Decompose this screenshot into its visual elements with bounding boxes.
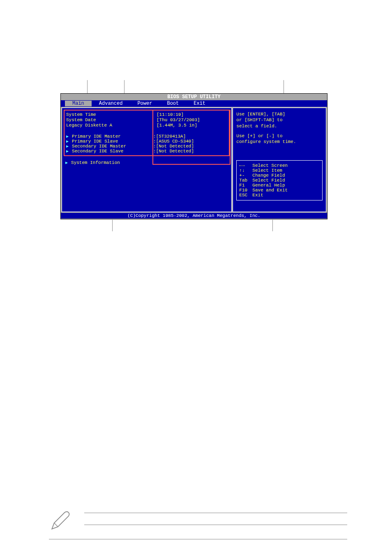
help-line: or [SHIFT-TAB] to <box>236 117 323 123</box>
nav-label: General Help <box>252 183 285 188</box>
annotation-line <box>87 80 88 93</box>
nav-label: Select Field <box>252 178 285 183</box>
nav-key: F10 <box>239 188 252 193</box>
menu-advanced[interactable]: Advanced <box>92 101 130 106</box>
help-line: Use [ENTER], [TAB] <box>236 111 323 117</box>
nav-select-field: Tab Select Field <box>239 178 320 183</box>
menu-main[interactable]: Main <box>65 101 92 106</box>
nav-label: Select Item <box>252 168 282 173</box>
legacy-diskette-label: Legacy Diskette A <box>66 123 157 128</box>
submenu-arrow-icon: ▶ <box>66 134 69 139</box>
navigation-help: ←→ Select Screen ↑↓ Select Item +- Chang… <box>236 160 323 200</box>
bios-window: BIOS SETUP UTILITY Main Advanced Power B… <box>60 93 327 219</box>
nav-key: +- <box>239 173 252 178</box>
nav-select-item: ↑↓ Select Item <box>239 168 320 173</box>
nav-key: Tab <box>239 178 252 183</box>
bios-title: BIOS SETUP UTILITY <box>61 94 327 100</box>
nav-exit: ESC Exit <box>239 193 320 198</box>
system-date-label: System Date <box>66 117 157 122</box>
nav-save-exit: F10 Save and Exit <box>239 188 320 193</box>
nav-key: ESC <box>239 193 252 198</box>
nav-label: Select Screen <box>252 163 288 168</box>
system-information-label: System Information <box>71 160 120 165</box>
note-divider-lines <box>84 513 347 537</box>
submenu-arrow-icon: ▶ <box>66 139 69 144</box>
copyright-text: (C)Copyright 1985-2002, American Megatre… <box>61 213 327 219</box>
nav-select-screen: ←→ Select Screen <box>239 163 320 168</box>
help-panel: Use [ENTER], [TAB] or [SHIFT-TAB] to sel… <box>233 108 326 212</box>
nav-label: Exit <box>252 193 263 198</box>
menu-exit[interactable]: Exit <box>186 101 213 106</box>
submenu-arrow-icon: ▶ <box>65 160 68 165</box>
annotation-line <box>272 220 273 231</box>
note-pen-icon <box>49 509 71 532</box>
config-panel: System Time [11:10:19] System Date [Thu … <box>62 108 232 212</box>
annotation-line <box>124 80 125 93</box>
help-line: select a field. <box>236 123 323 129</box>
nav-label: Save and Exit <box>252 188 288 193</box>
up-down-arrow-icon: ↑↓ <box>239 168 252 173</box>
help-line: configure system time. <box>236 139 323 145</box>
secondary-ide-master-label: Secondary IDE Master <box>72 144 153 149</box>
help-text: Use [ENTER], [TAB] or [SHIFT-TAB] to sel… <box>236 111 323 145</box>
annotation-line <box>284 80 284 93</box>
annotation-line <box>112 220 113 231</box>
main-content: System Time [11:10:19] System Date [Thu … <box>61 107 327 213</box>
submenu-arrow-icon: ▶ <box>66 149 69 154</box>
menu-bar: Main Advanced Power Boot Exit <box>61 100 327 107</box>
system-time-label: System Time <box>66 112 157 117</box>
menu-power[interactable]: Power <box>130 101 159 106</box>
primary-ide-master-label: Primary IDE Master <box>72 134 153 139</box>
help-line: Use [+] or [-] to <box>236 133 323 139</box>
values-highlight-box <box>152 110 231 165</box>
page-footer-line <box>49 539 347 539</box>
nav-general-help: F1 General Help <box>239 183 320 188</box>
menu-boot[interactable]: Boot <box>159 101 186 106</box>
secondary-ide-slave-label: Secondary IDE Slave <box>72 149 153 154</box>
submenu-arrow-icon: ▶ <box>66 144 69 149</box>
nav-label: Change Field <box>252 173 285 178</box>
left-right-arrow-icon: ←→ <box>239 163 252 168</box>
primary-ide-slave-label: Primary IDE Slave <box>72 139 153 144</box>
nav-change-field: +- Change Field <box>239 173 320 178</box>
nav-key: F1 <box>239 183 252 188</box>
